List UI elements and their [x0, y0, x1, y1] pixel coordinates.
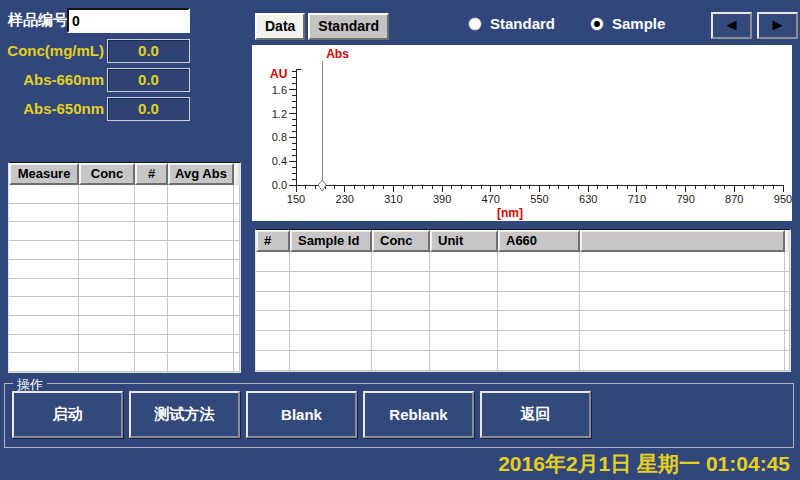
action-button-2[interactable]: 测试方法 [129, 391, 240, 438]
table-cell [785, 311, 790, 331]
table-header-row: MeasureConc#Avg Abs [9, 163, 240, 185]
table-row[interactable] [9, 222, 240, 241]
table-cell [234, 204, 240, 223]
table-cell [234, 353, 240, 372]
column-header-filler [785, 230, 790, 252]
table-row[interactable] [256, 311, 790, 331]
table-cell [372, 351, 430, 371]
next-arrow-button[interactable]: ▶ [757, 12, 798, 39]
y-tick-label: 0.8 [272, 131, 287, 143]
tab-data[interactable]: Data [255, 13, 305, 40]
table-cell [135, 241, 168, 260]
table-cell [168, 185, 234, 204]
table-row[interactable] [9, 185, 240, 204]
radio-sample[interactable]: Sample [590, 15, 665, 32]
readout-row: Conc(mg/mL)0.0 [0, 38, 200, 67]
y-tick-label: 1.2 [272, 108, 287, 120]
measure-table: MeasureConc#Avg Abs [8, 162, 241, 373]
table-row[interactable] [9, 241, 240, 260]
table-cell [135, 279, 168, 298]
table-cell [135, 297, 168, 316]
radio-circle-icon[interactable] [468, 17, 482, 31]
action-button-4[interactable]: Reblank [363, 391, 474, 438]
table-cell [79, 185, 135, 204]
readout-row: Abs-660nm0.0 [0, 67, 200, 96]
x-tick-label: 710 [628, 193, 646, 205]
datetime-status: 2016年2月1日 星期一 01:04:45 [498, 450, 790, 478]
table-cell [9, 316, 79, 335]
table-cell [785, 292, 790, 312]
chart-title: Abs [326, 47, 349, 61]
readout-label: Conc(mg/mL) [0, 42, 104, 59]
table-cell [79, 297, 135, 316]
column-header [580, 230, 785, 252]
y-tick-label: 1.6 [272, 84, 287, 96]
x-tick-label: 470 [482, 193, 500, 205]
table-row[interactable] [9, 297, 240, 316]
table-row[interactable] [256, 292, 790, 312]
action-button-3[interactable]: Blank [246, 391, 357, 438]
table-cell [580, 351, 785, 371]
readout-label: Abs-660nm [0, 71, 104, 88]
table-body [256, 252, 790, 371]
action-button-5[interactable]: 返回 [480, 391, 591, 438]
table-cell [168, 260, 234, 279]
x-tick-label: 870 [725, 193, 743, 205]
radio-label: Sample [612, 15, 665, 32]
table-cell [9, 353, 79, 372]
table-cell [498, 311, 580, 331]
tab-standard[interactable]: Standard [308, 13, 389, 40]
readout-panel: Conc(mg/mL)0.0Abs-660nm0.0Abs-650nm0.0 [0, 38, 200, 125]
table-row[interactable] [9, 316, 240, 335]
y-axis-unit-label: AU [270, 67, 287, 81]
sample-number-input[interactable] [67, 8, 190, 33]
table-row[interactable] [256, 272, 790, 292]
radio-label: Standard [490, 15, 555, 32]
table-cell [290, 351, 372, 371]
radio-standard[interactable]: Standard [468, 15, 555, 32]
table-cell [234, 316, 240, 335]
action-button-1[interactable]: 启动 [12, 391, 123, 438]
table-cell [79, 279, 135, 298]
table-cell [256, 292, 290, 312]
wavelength-cursor[interactable] [318, 180, 326, 191]
radio-circle-icon[interactable] [590, 17, 604, 31]
table-row[interactable] [9, 279, 240, 298]
table-cell [79, 353, 135, 372]
table-row[interactable] [9, 204, 240, 223]
column-header: Unit [430, 230, 498, 252]
table-row[interactable] [9, 260, 240, 279]
column-header: Avg Abs [168, 163, 234, 185]
table-row[interactable] [9, 353, 240, 372]
readout-label: Abs-650nm [0, 100, 104, 117]
table-cell [234, 185, 240, 204]
actions-groupbox: 操作 启动测试方法BlankReblank返回 [4, 383, 794, 448]
x-tick-label: 550 [530, 193, 548, 205]
table-cell [135, 185, 168, 204]
table-cell [9, 185, 79, 204]
table-row[interactable] [256, 351, 790, 371]
table-cell [135, 204, 168, 223]
table-cell [79, 204, 135, 223]
table-cell [135, 335, 168, 354]
table-cell [498, 272, 580, 292]
table-cell [79, 222, 135, 241]
table-cell [430, 292, 498, 312]
table-cell [372, 252, 430, 272]
table-cell [372, 272, 430, 292]
table-cell [580, 331, 785, 351]
table-cell [9, 204, 79, 223]
x-tick-label: 230 [336, 193, 354, 205]
table-row[interactable] [256, 252, 790, 272]
table-cell [9, 260, 79, 279]
table-row[interactable] [9, 335, 240, 354]
table-cell [9, 241, 79, 260]
table-cell [168, 222, 234, 241]
spectrum-chart: 0.00.40.81.21.61502303103904705506307107… [252, 45, 792, 221]
readout-value-field: 0.0 [107, 97, 190, 121]
table-row[interactable] [256, 331, 790, 351]
table-cell [372, 331, 430, 351]
table-cell [290, 252, 372, 272]
x-tick-label: 150 [287, 193, 305, 205]
prev-arrow-button[interactable]: ◀ [711, 12, 752, 39]
